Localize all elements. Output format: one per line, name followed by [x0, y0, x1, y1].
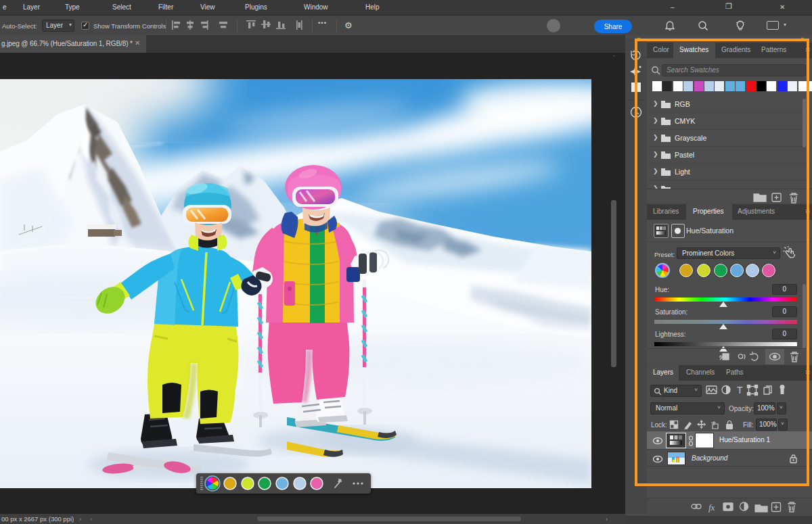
- svg-text:T: T: [737, 385, 743, 396]
- svg-text:fx: fx: [708, 502, 715, 513]
